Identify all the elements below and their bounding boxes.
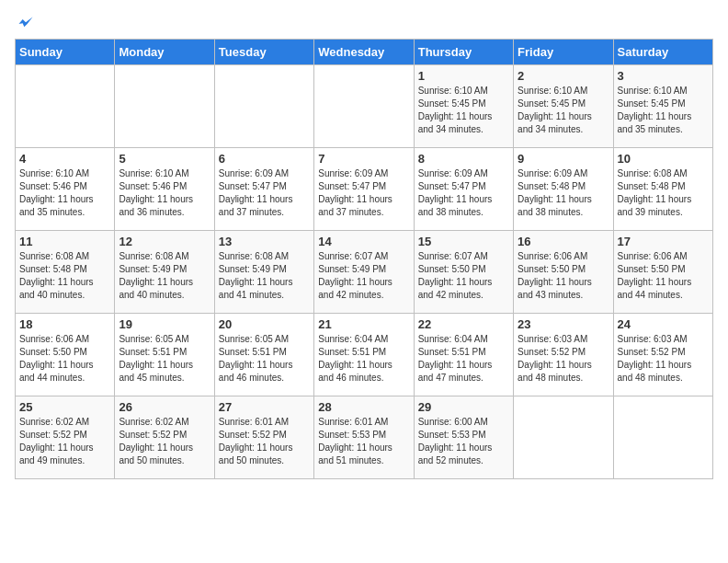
logo <box>15 15 35 28</box>
day-number: 21 <box>318 317 409 331</box>
calendar-cell: 1Sunrise: 6:10 AM Sunset: 5:45 PM Daylig… <box>414 65 513 148</box>
calendar-cell <box>16 65 115 148</box>
calendar-cell: 3Sunrise: 6:10 AM Sunset: 5:45 PM Daylig… <box>613 65 712 148</box>
day-info: Sunrise: 6:08 AM Sunset: 5:49 PM Dayligh… <box>219 250 310 302</box>
day-info: Sunrise: 6:01 AM Sunset: 5:52 PM Dayligh… <box>219 416 310 467</box>
calendar-cell: 25Sunrise: 6:02 AM Sunset: 5:52 PM Dayli… <box>16 396 115 479</box>
day-number: 3 <box>618 69 709 83</box>
calendar-week-row: 18Sunrise: 6:06 AM Sunset: 5:50 PM Dayli… <box>16 314 713 396</box>
day-info: Sunrise: 6:03 AM Sunset: 5:52 PM Dayligh… <box>518 333 609 385</box>
day-info: Sunrise: 6:02 AM Sunset: 5:52 PM Dayligh… <box>119 416 210 467</box>
calendar-week-row: 25Sunrise: 6:02 AM Sunset: 5:52 PM Dayli… <box>16 396 713 479</box>
day-info: Sunrise: 6:08 AM Sunset: 5:48 PM Dayligh… <box>618 167 709 219</box>
calendar-cell: 22Sunrise: 6:04 AM Sunset: 5:51 PM Dayli… <box>414 314 513 396</box>
day-number: 4 <box>19 152 110 166</box>
calendar-cell: 11Sunrise: 6:08 AM Sunset: 5:48 PM Dayli… <box>16 231 115 314</box>
day-info: Sunrise: 6:09 AM Sunset: 5:47 PM Dayligh… <box>318 167 409 219</box>
calendar-cell: 14Sunrise: 6:07 AM Sunset: 5:49 PM Dayli… <box>314 231 414 314</box>
calendar-cell: 17Sunrise: 6:06 AM Sunset: 5:50 PM Dayli… <box>613 231 712 314</box>
day-number: 13 <box>219 235 310 248</box>
day-info: Sunrise: 6:07 AM Sunset: 5:50 PM Dayligh… <box>418 250 509 302</box>
day-number: 24 <box>618 317 709 331</box>
calendar-header-row: SundayMondayTuesdayWednesdayThursdayFrid… <box>16 40 713 65</box>
day-number: 8 <box>418 152 509 166</box>
calendar-cell: 19Sunrise: 6:05 AM Sunset: 5:51 PM Dayli… <box>115 314 214 396</box>
weekday-header: Sunday <box>16 40 115 65</box>
calendar-week-row: 4Sunrise: 6:10 AM Sunset: 5:46 PM Daylig… <box>16 148 713 231</box>
day-number: 10 <box>618 152 709 166</box>
day-info: Sunrise: 6:05 AM Sunset: 5:51 PM Dayligh… <box>119 333 210 385</box>
logo-bird-icon <box>17 15 35 33</box>
calendar-cell <box>314 65 414 148</box>
calendar-cell: 18Sunrise: 6:06 AM Sunset: 5:50 PM Dayli… <box>16 314 115 396</box>
weekday-header: Saturday <box>613 40 712 65</box>
day-info: Sunrise: 6:05 AM Sunset: 5:51 PM Dayligh… <box>219 333 310 385</box>
day-number: 1 <box>418 69 509 83</box>
page-header <box>15 15 713 28</box>
calendar-cell <box>214 65 313 148</box>
calendar-week-row: 11Sunrise: 6:08 AM Sunset: 5:48 PM Dayli… <box>16 231 713 314</box>
day-number: 12 <box>119 235 210 248</box>
calendar-cell: 24Sunrise: 6:03 AM Sunset: 5:52 PM Dayli… <box>613 314 712 396</box>
day-number: 6 <box>219 152 310 166</box>
day-info: Sunrise: 6:06 AM Sunset: 5:50 PM Dayligh… <box>518 250 609 302</box>
day-info: Sunrise: 6:07 AM Sunset: 5:49 PM Dayligh… <box>318 250 409 302</box>
day-info: Sunrise: 6:10 AM Sunset: 5:45 PM Dayligh… <box>618 85 709 136</box>
calendar-cell: 23Sunrise: 6:03 AM Sunset: 5:52 PM Dayli… <box>514 314 613 396</box>
day-number: 17 <box>618 235 709 248</box>
calendar-cell: 7Sunrise: 6:09 AM Sunset: 5:47 PM Daylig… <box>314 148 414 231</box>
day-number: 27 <box>219 400 310 414</box>
calendar-cell: 29Sunrise: 6:00 AM Sunset: 5:53 PM Dayli… <box>414 396 513 479</box>
day-info: Sunrise: 6:04 AM Sunset: 5:51 PM Dayligh… <box>418 333 509 385</box>
day-info: Sunrise: 6:02 AM Sunset: 5:52 PM Dayligh… <box>19 416 110 467</box>
day-number: 18 <box>19 317 110 331</box>
day-info: Sunrise: 6:10 AM Sunset: 5:46 PM Dayligh… <box>119 167 210 219</box>
day-number: 29 <box>418 400 509 414</box>
day-info: Sunrise: 6:06 AM Sunset: 5:50 PM Dayligh… <box>19 333 110 385</box>
weekday-header: Thursday <box>414 40 513 65</box>
day-number: 15 <box>418 235 509 248</box>
calendar-cell: 12Sunrise: 6:08 AM Sunset: 5:49 PM Dayli… <box>115 231 214 314</box>
weekday-header: Tuesday <box>214 40 313 65</box>
calendar-cell: 10Sunrise: 6:08 AM Sunset: 5:48 PM Dayli… <box>613 148 712 231</box>
weekday-header: Wednesday <box>314 40 414 65</box>
day-info: Sunrise: 6:09 AM Sunset: 5:47 PM Dayligh… <box>418 167 509 219</box>
day-info: Sunrise: 6:01 AM Sunset: 5:53 PM Dayligh… <box>318 416 409 467</box>
calendar-cell: 13Sunrise: 6:08 AM Sunset: 5:49 PM Dayli… <box>214 231 313 314</box>
day-info: Sunrise: 6:10 AM Sunset: 5:45 PM Dayligh… <box>518 85 609 136</box>
day-number: 25 <box>19 400 110 414</box>
day-info: Sunrise: 6:08 AM Sunset: 5:49 PM Dayligh… <box>119 250 210 302</box>
day-number: 7 <box>318 152 409 166</box>
calendar-cell: 4Sunrise: 6:10 AM Sunset: 5:46 PM Daylig… <box>16 148 115 231</box>
calendar-cell: 16Sunrise: 6:06 AM Sunset: 5:50 PM Dayli… <box>514 231 613 314</box>
day-info: Sunrise: 6:00 AM Sunset: 5:53 PM Dayligh… <box>418 416 509 467</box>
day-number: 19 <box>119 317 210 331</box>
day-info: Sunrise: 6:10 AM Sunset: 5:45 PM Dayligh… <box>418 85 509 136</box>
calendar-cell: 5Sunrise: 6:10 AM Sunset: 5:46 PM Daylig… <box>115 148 214 231</box>
day-number: 16 <box>518 235 609 248</box>
day-number: 22 <box>418 317 509 331</box>
weekday-header: Friday <box>514 40 613 65</box>
day-info: Sunrise: 6:09 AM Sunset: 5:47 PM Dayligh… <box>219 167 310 219</box>
day-info: Sunrise: 6:03 AM Sunset: 5:52 PM Dayligh… <box>618 333 709 385</box>
day-info: Sunrise: 6:04 AM Sunset: 5:51 PM Dayligh… <box>318 333 409 385</box>
calendar-table: SundayMondayTuesdayWednesdayThursdayFrid… <box>15 39 713 479</box>
day-number: 11 <box>19 235 110 248</box>
day-number: 2 <box>518 69 609 83</box>
calendar-week-row: 1Sunrise: 6:10 AM Sunset: 5:45 PM Daylig… <box>16 65 713 148</box>
day-number: 9 <box>518 152 609 166</box>
calendar-cell <box>514 396 613 479</box>
day-number: 14 <box>318 235 409 248</box>
day-number: 26 <box>119 400 210 414</box>
day-info: Sunrise: 6:06 AM Sunset: 5:50 PM Dayligh… <box>618 250 709 302</box>
calendar-cell: 28Sunrise: 6:01 AM Sunset: 5:53 PM Dayli… <box>314 396 414 479</box>
weekday-header: Monday <box>115 40 214 65</box>
calendar-cell: 20Sunrise: 6:05 AM Sunset: 5:51 PM Dayli… <box>214 314 313 396</box>
calendar-cell: 6Sunrise: 6:09 AM Sunset: 5:47 PM Daylig… <box>214 148 313 231</box>
calendar-cell <box>613 396 712 479</box>
day-number: 5 <box>119 152 210 166</box>
day-info: Sunrise: 6:08 AM Sunset: 5:48 PM Dayligh… <box>19 250 110 302</box>
calendar-cell: 21Sunrise: 6:04 AM Sunset: 5:51 PM Dayli… <box>314 314 414 396</box>
calendar-cell: 15Sunrise: 6:07 AM Sunset: 5:50 PM Dayli… <box>414 231 513 314</box>
day-number: 23 <box>518 317 609 331</box>
